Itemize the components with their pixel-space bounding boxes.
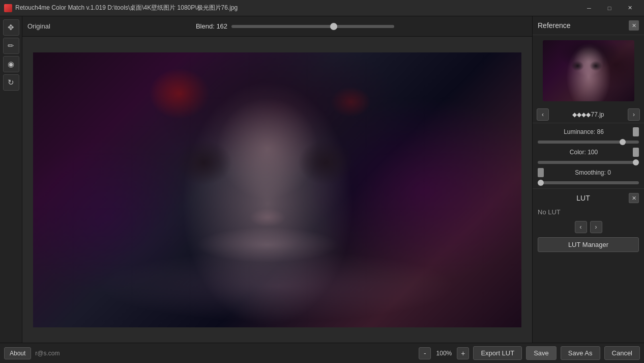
zoom-in-button[interactable]: +: [457, 347, 469, 359]
file-name: ◆◆◆◆77.jp: [552, 111, 625, 118]
lut-header: LUT ✕: [538, 193, 639, 203]
lut-label: LUT: [538, 194, 629, 202]
eyedropper-tool-button[interactable]: ✏: [3, 38, 19, 54]
window-controls: ─ □ ✕: [579, 0, 640, 16]
no-lut-label: No LUT: [538, 207, 639, 217]
blend-label: Blend: 162: [196, 22, 227, 30]
color-thumb-indicator: [633, 148, 639, 157]
next-file-button[interactable]: ›: [628, 108, 640, 121]
smoothing-thumb-indicator: [538, 168, 544, 177]
luminance-thumb-indicator: [633, 127, 639, 136]
export-lut-button[interactable]: Export LUT: [473, 346, 522, 360]
reference-title: Reference: [538, 21, 571, 30]
blend-slider[interactable]: [231, 25, 394, 28]
color-row: Color: 100: [538, 148, 639, 157]
image-display: [22, 37, 532, 343]
eraser-tool-button[interactable]: ◉: [3, 56, 19, 72]
reference-thumbnail: [543, 40, 634, 101]
titlebar-title: Retouch4me Color Match v.1.019 D:\tools\…: [15, 4, 238, 12]
blend-container: Blend: 162: [63, 22, 527, 30]
smoothing-slider[interactable]: [538, 181, 639, 184]
right-panel: Reference ✕ ‹ ◆◆◆◆77.jp › Luminance: 86 …: [532, 16, 644, 343]
luminance-row: Luminance: 86: [538, 127, 639, 136]
prev-file-button[interactable]: ‹: [537, 108, 549, 121]
lut-nav: ‹ ›: [538, 221, 639, 233]
toolbar: ✥ ✏ ◉ ↻: [0, 16, 22, 343]
color-slider[interactable]: [538, 161, 639, 164]
sliders-section: Luminance: 86 Color: 100 Smoothing: 0: [533, 123, 644, 189]
app-icon: [4, 4, 12, 12]
top-bar: Original Blend: 162: [22, 16, 532, 37]
panel-header: Reference ✕: [533, 16, 644, 35]
luminance-label: Luminance: 86: [538, 128, 630, 135]
zoom-out-button[interactable]: -: [419, 347, 431, 359]
rotate-tool-button[interactable]: ↻: [3, 74, 19, 91]
lut-clear-button[interactable]: ✕: [629, 193, 639, 203]
cancel-button[interactable]: Cancel: [604, 346, 640, 360]
bottom-bar: About r@s.com - 100% + Export LUT Save S…: [0, 343, 644, 363]
move-tool-button[interactable]: ✥: [3, 19, 19, 36]
original-label: Original: [27, 22, 58, 30]
smoothing-row: Smoothing: 0: [538, 168, 639, 177]
about-button[interactable]: About: [4, 347, 31, 359]
titlebar-left: Retouch4me Color Match v.1.019 D:\tools\…: [4, 4, 238, 12]
smoothing-label: Smoothing: 0: [547, 169, 639, 176]
prev-lut-button[interactable]: ‹: [575, 221, 587, 233]
lut-manager-button[interactable]: LUT Manager: [538, 237, 639, 252]
minimize-button[interactable]: ─: [579, 0, 599, 16]
save-button[interactable]: Save: [526, 346, 557, 360]
save-as-button[interactable]: Save As: [561, 346, 600, 360]
main-image: [33, 52, 521, 327]
titlebar: Retouch4me Color Match v.1.019 D:\tools\…: [0, 0, 644, 16]
color-label: Color: 100: [538, 149, 630, 156]
luminance-slider[interactable]: [538, 141, 639, 144]
file-nav: ‹ ◆◆◆◆77.jp ›: [533, 106, 644, 123]
main-area: ✥ ✏ ◉ ↻ Original Blend: 162 Reference ✕: [0, 16, 644, 343]
close-panel-button[interactable]: ✕: [629, 20, 639, 31]
canvas-area: Original Blend: 162: [22, 16, 532, 343]
email-label: r@s.com: [35, 350, 60, 357]
maximize-button[interactable]: □: [599, 0, 620, 16]
close-button[interactable]: ✕: [620, 0, 640, 16]
zoom-level-label: 100%: [435, 350, 453, 357]
next-lut-button[interactable]: ›: [590, 221, 602, 233]
lut-section: LUT ✕ No LUT ‹ › LUT Manager: [533, 189, 644, 343]
